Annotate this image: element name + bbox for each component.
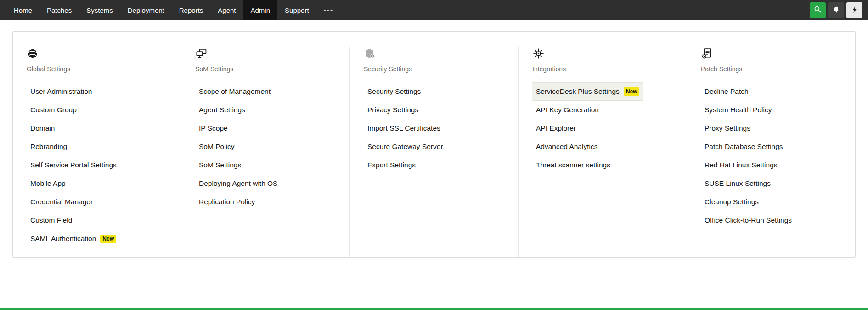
new-badge: New [624, 87, 640, 96]
menu-item-label: Export Settings [367, 161, 416, 169]
menu-item-saml-authentication[interactable]: SAML AuthenticationNew [27, 230, 120, 247]
gear-icon [532, 47, 545, 60]
menu-item-advanced-analytics[interactable]: Advanced Analytics [532, 138, 601, 155]
menu-item-suse-linux-settings[interactable]: SUSE Linux Settings [701, 175, 774, 192]
menu-item-label: Proxy Settings [705, 124, 750, 132]
nav-item-admin[interactable]: Admin [243, 0, 278, 20]
menu-item-export-settings[interactable]: Export Settings [364, 156, 419, 174]
menu-global-settings: User AdministrationCustom GroupDomainReb… [27, 83, 167, 247]
column-title: Integrations [532, 65, 673, 73]
menu-item-label: SUSE Linux Settings [705, 179, 771, 188]
menu-item-label: Threat scanner settings [536, 161, 610, 169]
menu-item-label: Agent Settings [199, 106, 245, 114]
search-button[interactable] [810, 2, 826, 18]
menu-item-custom-field[interactable]: Custom Field [27, 212, 76, 229]
nav-item-systems[interactable]: Systems [79, 0, 120, 20]
menu-item-label: User Administration [30, 87, 92, 96]
menu-item-red-hat-linux-settings[interactable]: Red Hat Linux Settings [701, 156, 781, 174]
bell-icon [832, 6, 840, 15]
menu-item-replication-policy[interactable]: Replication Policy [195, 193, 259, 211]
nav-item-deployment[interactable]: Deployment [120, 0, 172, 20]
menu-item-import-ssl-certificates[interactable]: Import SSL Certificates [364, 120, 444, 137]
menu-item-patch-database-settings[interactable]: Patch Database Settings [701, 138, 787, 155]
menu-item-som-policy[interactable]: SoM Policy [195, 138, 238, 155]
menu-item-label: SoM Settings [199, 161, 241, 169]
menu-item-threat-scanner-settings[interactable]: Threat scanner settings [532, 156, 614, 174]
menu-security-settings: Security SettingsPrivacy SettingsImport … [364, 83, 504, 174]
menu-item-label: Custom Group [30, 106, 77, 114]
menu-item-scope-of-management[interactable]: Scope of Management [195, 83, 274, 100]
menu-item-api-explorer[interactable]: API Explorer [532, 120, 580, 137]
menu-item-office-click-to-run-settings[interactable]: Office Click-to-Run Settings [701, 212, 795, 229]
admin-settings-card: Global SettingsUser AdministrationCustom… [12, 31, 856, 258]
menu-item-secure-gateway-server[interactable]: Secure Gateway Server [364, 138, 447, 155]
menu-item-cleanup-settings[interactable]: Cleanup Settings [701, 193, 762, 211]
nav-item-agent[interactable]: Agent [210, 0, 243, 20]
column-title: SoM Settings [195, 65, 336, 73]
menu-item-label: Decline Patch [705, 87, 749, 96]
menu-item-ip-scope[interactable]: IP Scope [195, 120, 231, 137]
column-security-settings: Security SettingsSecurity SettingsPrivac… [350, 47, 519, 257]
menu-item-label: Replication Policy [199, 198, 255, 206]
shield-gear-icon [364, 47, 376, 60]
menu-item-label: SoM Policy [199, 143, 235, 151]
bottom-accent-bar [0, 308, 868, 310]
menu-item-label: Custom Field [30, 216, 72, 224]
menu-item-self-service-portal-settings[interactable]: Self Service Portal Settings [27, 156, 120, 174]
menu-item-user-administration[interactable]: User Administration [27, 83, 96, 100]
menu-item-domain[interactable]: Domain [27, 120, 58, 137]
menu-patch-settings: Decline PatchSystem Health PolicyProxy S… [701, 83, 841, 229]
menu-item-label: Credential Manager [30, 198, 93, 206]
lightning-icon [851, 6, 859, 15]
column-global-settings: Global SettingsUser AdministrationCustom… [13, 47, 181, 257]
menu-item-credential-manager[interactable]: Credential Manager [27, 193, 96, 211]
menu-integrations: ServiceDesk Plus SettingsNewAPI Key Gene… [532, 83, 673, 174]
menu-item-proxy-settings[interactable]: Proxy Settings [701, 120, 754, 137]
menu-item-api-key-generation[interactable]: API Key Generation [532, 101, 603, 119]
column-header-som-settings: SoM Settings [195, 47, 336, 73]
patch-doc-icon [701, 47, 713, 60]
nav-item-reports[interactable]: Reports [172, 0, 211, 20]
menu-item-label: Privacy Settings [367, 106, 418, 114]
menu-item-label: API Explorer [536, 124, 576, 132]
nav-item-support[interactable]: Support [277, 0, 316, 20]
menu-item-decline-patch[interactable]: Decline Patch [701, 83, 752, 100]
menu-item-label: Patch Database Settings [705, 143, 783, 151]
nav-item-patches[interactable]: Patches [39, 0, 79, 20]
notifications-button[interactable] [828, 2, 844, 18]
menu-item-privacy-settings[interactable]: Privacy Settings [364, 101, 422, 119]
globe-icon [27, 47, 39, 60]
nav-item-home[interactable]: Home [6, 0, 39, 20]
top-navbar: HomePatchesSystemsDeploymentReportsAgent… [0, 0, 868, 20]
menu-item-security-settings[interactable]: Security Settings [364, 83, 424, 100]
menu-item-mobile-app[interactable]: Mobile App [27, 175, 69, 192]
menu-item-label: Domain [30, 124, 55, 132]
menu-item-label: Security Settings [367, 87, 421, 96]
nav-item-more[interactable]: ••• [316, 0, 341, 20]
column-title: Global Settings [27, 65, 167, 73]
nav-actions [810, 0, 868, 20]
menu-item-som-settings[interactable]: SoM Settings [195, 156, 245, 174]
menu-item-system-health-policy[interactable]: System Health Policy [701, 101, 775, 119]
column-title: Patch Settings [701, 65, 841, 73]
quick-actions-button[interactable] [846, 2, 862, 18]
menu-item-agent-settings[interactable]: Agent Settings [195, 101, 249, 119]
menu-item-label: Deploying Agent with OS [199, 179, 277, 188]
menu-item-servicedesk-plus-settings[interactable]: ServiceDesk Plus SettingsNew [532, 83, 643, 100]
column-title: Security Settings [364, 65, 504, 73]
menu-item-label: System Health Policy [705, 106, 772, 114]
menu-item-label: Office Click-to-Run Settings [705, 216, 792, 224]
menu-som-settings: Scope of ManagementAgent SettingsIP Scop… [195, 83, 336, 211]
menu-item-label: Mobile App [30, 179, 66, 188]
menu-item-custom-group[interactable]: Custom Group [27, 101, 80, 119]
menu-item-label: Advanced Analytics [536, 143, 597, 151]
column-header-integrations: Integrations [532, 47, 673, 73]
menu-item-label: SAML Authentication [30, 235, 96, 243]
menu-item-rebranding[interactable]: Rebranding [27, 138, 71, 155]
menu-item-label: Secure Gateway Server [367, 143, 443, 151]
monitors-icon [195, 47, 208, 60]
menu-item-label: Import SSL Certificates [367, 124, 440, 132]
menu-item-label: Self Service Portal Settings [30, 161, 117, 169]
menu-item-label: Cleanup Settings [705, 198, 759, 206]
menu-item-deploying-agent-with-os[interactable]: Deploying Agent with OS [195, 175, 281, 192]
